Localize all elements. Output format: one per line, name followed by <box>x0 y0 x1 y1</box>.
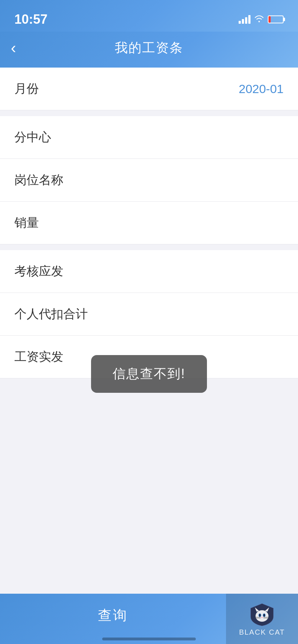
field-row-center: 分中心 <box>0 116 298 158</box>
field-label-center: 分中心 <box>14 129 51 146</box>
field-label-assessment: 考核应发 <box>14 263 63 280</box>
black-cat-logo <box>248 602 276 627</box>
status-bar: 10:57 <box>0 0 298 32</box>
query-button-area[interactable]: 查询 <box>0 606 226 632</box>
status-icons <box>239 14 284 24</box>
field-row-assessment: 考核应发 <box>0 250 298 293</box>
black-cat-text: BLACK CAT <box>239 628 285 636</box>
divider-thick-2 <box>0 244 298 250</box>
signal-icon <box>239 15 250 24</box>
field-row-deduction: 个人代扣合计 <box>0 293 298 335</box>
field-row-position: 岗位名称 <box>0 159 298 201</box>
divider-thick-1 <box>0 110 298 116</box>
field-label-month: 月份 <box>14 80 39 97</box>
back-button[interactable]: ‹ <box>11 40 16 56</box>
page-title: 我的工资条 <box>115 39 183 57</box>
wifi-icon <box>254 14 264 24</box>
status-time: 10:57 <box>14 12 48 27</box>
main-content: 月份 2020-01 分中心 岗位名称 销量 <box>0 68 298 644</box>
nav-bar: ‹ 我的工资条 <box>0 32 298 68</box>
black-cat-area: BLACK CAT <box>226 594 298 644</box>
field-value-month: 2020-01 <box>239 82 284 96</box>
svg-point-0 <box>256 610 268 622</box>
fields-container: 月份 2020-01 分中心 岗位名称 销量 <box>0 68 298 378</box>
field-label-actual: 工资实发 <box>14 349 63 365</box>
field-row-sales: 销量 <box>0 202 298 244</box>
svg-point-6 <box>263 614 265 617</box>
svg-point-7 <box>261 617 263 618</box>
svg-point-5 <box>259 614 261 617</box>
field-label-deduction: 个人代扣合计 <box>14 306 88 322</box>
battery-icon <box>268 15 284 23</box>
field-label-sales: 销量 <box>14 215 39 231</box>
query-button[interactable]: 查询 <box>98 606 128 625</box>
home-indicator <box>102 638 196 640</box>
field-label-position: 岗位名称 <box>14 172 63 188</box>
field-row-month: 月份 2020-01 <box>0 68 298 110</box>
page: 10:57 ‹ 我的工资条 <box>0 0 298 644</box>
bottom-bar: 查询 <box>0 594 298 644</box>
field-row-actual: 工资实发 <box>0 336 298 378</box>
